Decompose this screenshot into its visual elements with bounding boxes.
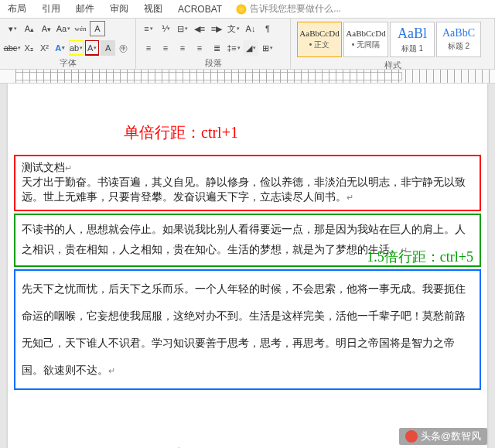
line-spacing[interactable]: ‡≡ bbox=[226, 40, 241, 56]
char-border[interactable]: A bbox=[90, 21, 105, 36]
tab-view[interactable]: 视图 bbox=[136, 0, 170, 19]
annotation-1-5-spacing: 1.5倍行距：ctrl+5 bbox=[367, 248, 473, 266]
justify[interactable]: ≡ bbox=[192, 40, 207, 56]
paragraph-group: ≡ ⅟ ⊟ ◀≡ ≡▶ 文 A↓ ¶ ≡ ≡ ≡ ≡ ≣ ‡≡ ◢ ⊞ 段落 bbox=[136, 19, 291, 69]
enclose-char[interactable]: ㊥ bbox=[117, 40, 131, 56]
style-name: • 正文 bbox=[309, 39, 329, 50]
doc-title: 测试文档 bbox=[22, 161, 473, 176]
doc-paragraph: 天才出于勤奋。书读百遍，其义自见。静以修身，俭以养德，非淡泊无以明志，非宁静无以… bbox=[22, 176, 473, 205]
char-shading[interactable]: A bbox=[101, 40, 114, 56]
style-preview: AaBbCcDd bbox=[346, 29, 385, 38]
doc-paragraph: 先天下之忧而忧，后天下之乐而乐。一个人年轻的时候，不会思索，他将一事无成。我要扼… bbox=[22, 275, 473, 384]
document-area: 单倍行距：ctrl+1 测试文档 天才出于勤奋。书读百遍，其义自见。静以修身，俭… bbox=[0, 84, 495, 448]
document-page[interactable]: 单倍行距：ctrl+1 测试文档 天才出于勤奋。书读百遍，其义自见。静以修身，俭… bbox=[8, 84, 487, 448]
watermark-text: 头条@数智风 bbox=[421, 429, 481, 443]
change-case[interactable]: Aa bbox=[56, 21, 71, 36]
numbering[interactable]: ⅟ bbox=[158, 21, 173, 36]
tab-mailings[interactable]: 邮件 bbox=[68, 0, 102, 19]
phonetic-guide[interactable]: wén bbox=[73, 21, 88, 36]
para-group-label: 段落 bbox=[141, 56, 285, 70]
textbox-double-spacing[interactable]: 先天下之忧而忧，后天下之乐而乐。一个人年轻的时候，不会思索，他将一事无成。我要扼… bbox=[14, 269, 481, 390]
bullets[interactable]: ≡ bbox=[141, 21, 156, 36]
ribbon-tabs: 布局 引用 邮件 审阅 视图 ACROBAT 告诉我您想要做什么... bbox=[0, 0, 495, 19]
styles-gallery: AaBbCcDd • 正文 AaBbCcDd • 无间隔 AaBl 标题 1 A… bbox=[295, 20, 490, 59]
style-preview: AaBl bbox=[398, 26, 427, 42]
font-group-label: 字体 bbox=[5, 56, 131, 70]
font-size-down[interactable]: ▾ bbox=[5, 21, 20, 36]
style-normal[interactable]: AaBbCcDd • 正文 bbox=[297, 22, 342, 57]
ribbon: ▾ A▴ A▾ Aa wén A abc X₂ X² A ab A A ㊥ 字体 bbox=[0, 19, 495, 70]
style-no-spacing[interactable]: AaBbCcDd • 无间隔 bbox=[343, 22, 388, 57]
tab-layout[interactable]: 布局 bbox=[0, 0, 34, 19]
multilevel-list[interactable]: ⊟ bbox=[175, 21, 190, 36]
annotation-double-spacing: 2倍行距：ctrl+2 bbox=[162, 445, 269, 448]
font-group: ▾ A▴ A▾ Aa wén A abc X₂ X² A ab A A ㊥ 字体 bbox=[0, 19, 136, 69]
superscript[interactable]: X² bbox=[37, 40, 51, 56]
style-preview: AaBbCcDd bbox=[299, 29, 339, 38]
text-effects[interactable]: A bbox=[53, 40, 67, 56]
shrink-font[interactable]: A▾ bbox=[39, 21, 54, 36]
borders[interactable]: ⊞ bbox=[260, 40, 275, 56]
increase-indent[interactable]: ≡▶ bbox=[209, 21, 224, 36]
tab-review[interactable]: 审阅 bbox=[102, 0, 136, 19]
asian-layout[interactable]: 文 bbox=[226, 21, 241, 36]
horizontal-ruler[interactable] bbox=[0, 70, 495, 84]
show-marks[interactable]: ¶ bbox=[260, 21, 275, 36]
tell-me-search[interactable]: 告诉我您想要做什么... bbox=[236, 2, 341, 15]
strikethrough[interactable]: abc bbox=[5, 40, 20, 56]
shading[interactable]: ◢ bbox=[243, 40, 258, 56]
styles-group: AaBbCcDd • 正文 AaBbCcDd • 无间隔 AaBl 标题 1 A… bbox=[291, 19, 495, 69]
sort[interactable]: A↓ bbox=[243, 21, 258, 36]
bulb-icon bbox=[236, 4, 247, 15]
tab-references[interactable]: 引用 bbox=[34, 0, 68, 19]
decrease-indent[interactable]: ◀≡ bbox=[192, 21, 207, 36]
style-heading1[interactable]: AaBl 标题 1 bbox=[390, 22, 435, 57]
distribute[interactable]: ≣ bbox=[209, 40, 224, 56]
align-right[interactable]: ≡ bbox=[175, 40, 190, 56]
textbox-single-spacing[interactable]: 测试文档 天才出于勤奋。书读百遍，其义自见。静以修身，俭以养德，非淡泊无以明志，… bbox=[14, 155, 481, 211]
style-heading2[interactable]: AaBbC 标题 2 bbox=[436, 22, 481, 57]
font-color[interactable]: A bbox=[85, 40, 99, 56]
grow-font[interactable]: A▴ bbox=[22, 21, 37, 36]
highlight-color[interactable]: ab bbox=[69, 40, 84, 56]
style-name: 标题 1 bbox=[401, 43, 423, 54]
tab-acrobat[interactable]: ACROBAT bbox=[170, 1, 230, 18]
annotation-single-spacing: 单倍行距：ctrl+1 bbox=[124, 122, 238, 143]
subscript[interactable]: X₂ bbox=[22, 40, 36, 56]
tell-me-label: 告诉我您想要做什么... bbox=[250, 2, 341, 15]
align-left[interactable]: ≡ bbox=[141, 40, 156, 56]
watermark: 头条@数智风 bbox=[399, 428, 487, 445]
style-preview: AaBbC bbox=[442, 27, 475, 39]
style-name: 标题 2 bbox=[448, 41, 469, 52]
watermark-icon bbox=[405, 430, 418, 443]
style-name: • 无间隔 bbox=[352, 39, 380, 50]
align-center[interactable]: ≡ bbox=[158, 40, 173, 56]
